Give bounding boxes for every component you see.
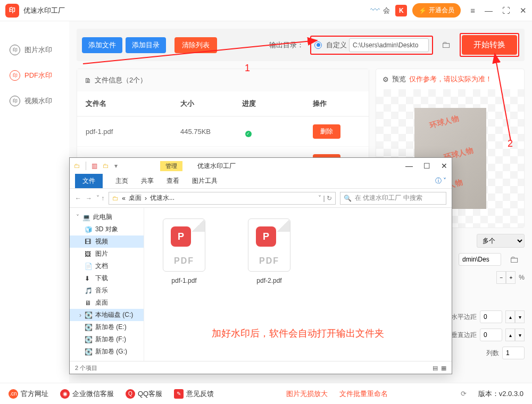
file-info-label: 文件信息（2个） <box>95 75 147 85</box>
tree-node[interactable]: 🖼图片 <box>70 248 144 260</box>
forward-icon[interactable]: → <box>86 195 92 202</box>
ribbon-home[interactable]: 主页 <box>115 176 128 186</box>
path-segment[interactable]: 桌面 <box>129 193 142 203</box>
tree-node[interactable]: ⬇下载 <box>70 272 144 284</box>
convert-button[interactable]: 开始转换 <box>462 35 517 55</box>
explorer-status: 2 个项目 ▤▦ <box>70 361 452 375</box>
menu-icon[interactable]: ≡ <box>470 6 475 15</box>
cols-input[interactable] <box>502 347 525 359</box>
output-path-input[interactable] <box>349 38 429 52</box>
add-file-button[interactable]: 添加文件 <box>82 37 122 53</box>
tree-node[interactable]: 🎵音乐 <box>70 284 144 297</box>
tree-node[interactable]: 💽新加卷 (E:) <box>70 321 144 333</box>
manage-tab[interactable]: 管理 <box>160 161 182 171</box>
h-margin-input[interactable] <box>480 310 502 323</box>
status-text: 2 个项目 <box>75 364 97 372</box>
vip-button-label: 开通会员 <box>429 6 454 15</box>
annotation-label-1: 1 <box>245 63 250 74</box>
sidebar-item-image[interactable]: 印图片水印 <box>0 37 69 63</box>
folder-icon[interactable]: 🗀 <box>442 39 451 50</box>
official-site-link[interactable]: .cn官方网址 <box>9 389 48 399</box>
path-tail-input[interactable] <box>459 253 501 266</box>
folder-icon[interactable]: 🗀 <box>510 254 519 265</box>
cols-label: 列数 <box>486 349 499 358</box>
link-label: 意见反馈 <box>186 389 214 399</box>
explorer-address: ← → ˅ ↑ 🗀 « 桌面› 优速水... ˅ | ↻ 🔍 在 优速水印工厂 … <box>70 189 452 208</box>
add-dir-button[interactable]: 添加目录 <box>126 37 166 53</box>
rename-link[interactable]: 文件批量重命名 <box>339 389 388 399</box>
down-icon[interactable]: ▥ <box>92 162 97 170</box>
sidebar-item-video[interactable]: 印视频水印 <box>0 88 69 114</box>
explorer-ribbon: 文件 主页 共享 查看 图片工具 ⓘ ˅ <box>70 174 452 189</box>
tree-label: 下载 <box>95 274 108 283</box>
step-down[interactable]: ▾ <box>515 310 525 323</box>
path-segment[interactable]: 优速水... <box>150 193 174 203</box>
annotation-label-2: 2 <box>508 138 513 149</box>
explorer-search[interactable]: 🔍 在 优速水印工厂 中搜索 <box>340 192 446 205</box>
clear-button[interactable]: 清除列表 <box>174 37 217 53</box>
file-name: pdf-2.pdf <box>256 277 281 284</box>
tree-label: 此电脑 <box>93 213 112 222</box>
tree-node[interactable]: ˅💻此电脑 <box>70 211 144 223</box>
ribbon-pic[interactable]: 图片工具 <box>192 176 218 186</box>
tree-node[interactable]: ›💽本地磁盘 (C:) <box>70 309 144 321</box>
ribbon-view[interactable]: 查看 <box>167 176 179 186</box>
address-bar[interactable]: 🗀 « 桌面› 优速水... ˅ | ↻ <box>109 192 336 205</box>
check-icon: ✓ <box>245 131 252 137</box>
preview-warning: 仅作参考，请以实际为准！ <box>409 74 492 84</box>
enlarge-link[interactable]: 图片无损放大 <box>286 389 328 399</box>
app-logo: 印 <box>5 4 19 18</box>
feedback-link[interactable]: ✎意见反馈 <box>174 389 214 399</box>
help-icon[interactable]: ⓘ ˅ <box>435 176 446 186</box>
step-down[interactable]: ▾ <box>515 329 525 341</box>
music-icon: 🎵 <box>85 287 92 294</box>
delete-button[interactable]: 删除 <box>313 124 340 139</box>
tree-label: 桌面 <box>95 298 108 307</box>
desktop-icon: 🖥 <box>85 299 92 307</box>
file-item[interactable]: PPDF pdf-1.pdf <box>160 218 208 284</box>
view-icons-icon[interactable]: ▦ <box>441 365 446 372</box>
file-item[interactable]: PPDF pdf-2.pdf <box>245 218 293 284</box>
tree-node[interactable]: 💽新加卷 (F:) <box>70 333 144 346</box>
pdf-icon: P <box>171 226 191 247</box>
up-icon[interactable]: ˅ ↑ <box>96 195 104 202</box>
link-label: 官方网址 <box>21 389 48 399</box>
computer-icon: 💻 <box>82 214 90 221</box>
pdf-icon: P <box>256 226 276 247</box>
radio-custom[interactable] <box>314 41 322 49</box>
minimize-icon[interactable]: — <box>405 162 413 170</box>
refresh-icon[interactable]: ⟳ <box>461 390 467 398</box>
tree-label: 新加卷 (E:) <box>95 323 127 332</box>
count-select[interactable]: 多个 <box>477 234 525 248</box>
badge-icon[interactable]: K <box>395 5 407 16</box>
footer: .cn官方网址 ◉企业微信客服 QQQ客服 ✎意见反馈 图片无损放大 文件批量重… <box>0 383 532 404</box>
tree-node[interactable]: 📄文档 <box>70 260 144 272</box>
close-icon[interactable]: ✕ <box>441 162 447 170</box>
tree-label: 文档 <box>95 262 108 271</box>
back-icon[interactable]: ← <box>75 195 81 202</box>
sidebar-item-pdf[interactable]: 印PDF水印 <box>0 63 69 88</box>
vip-button[interactable]: ⚡开通会员 <box>412 3 461 18</box>
minus-button[interactable]: − <box>496 271 506 284</box>
view-details-icon[interactable]: ▤ <box>433 365 438 372</box>
tree-node[interactable]: 💽新加卷 (G:) <box>70 346 144 358</box>
v-margin-input[interactable] <box>480 329 502 341</box>
minimize-icon[interactable]: — <box>485 6 493 15</box>
maximize-icon[interactable]: ☐ <box>423 162 430 170</box>
ribbon-share[interactable]: 共享 <box>141 176 154 186</box>
maximize-icon[interactable]: ⛶ <box>502 6 510 15</box>
disk-icon: 💽 <box>85 324 92 331</box>
wechat-link[interactable]: ◉企业微信客服 <box>60 389 114 399</box>
tree-node[interactable]: 🎞视频 <box>70 235 144 248</box>
step-up[interactable]: ▴ <box>505 329 515 341</box>
col-name: 文件名 <box>86 99 180 108</box>
tree-node[interactable]: 🖥桌面 <box>70 297 144 309</box>
feedback-icon: ✎ <box>174 389 184 399</box>
disk-icon: 💽 <box>85 312 92 319</box>
plus-button[interactable]: + <box>506 271 516 284</box>
qq-link[interactable]: QQQ客服 <box>126 389 162 399</box>
close-icon[interactable]: ✕ <box>520 6 527 15</box>
ribbon-file[interactable]: 文件 <box>75 174 103 188</box>
tree-node[interactable]: 🧊3D 对象 <box>70 223 144 235</box>
step-up[interactable]: ▴ <box>505 310 515 323</box>
